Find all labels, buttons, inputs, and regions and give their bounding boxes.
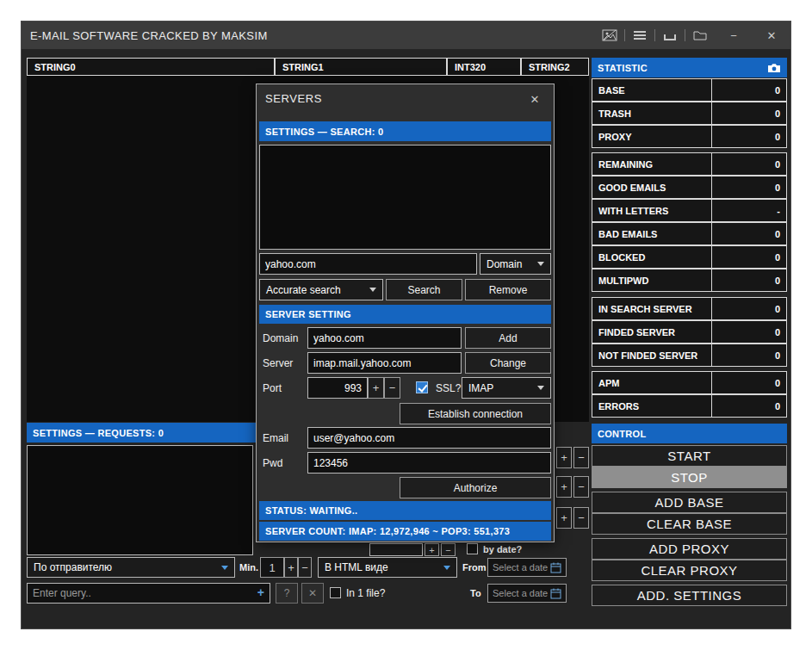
chevron-down-icon	[537, 262, 544, 266]
requests-listbox[interactable]	[27, 445, 253, 555]
from-date-picker[interactable]: Select a date	[487, 558, 567, 577]
camera-icon[interactable]	[767, 63, 781, 73]
stop-button[interactable]: STOP	[592, 467, 787, 488]
stat-row: FINDED SERVER 0	[592, 320, 787, 344]
servers-dialog: SERVERS ✕ SETTINGS — SEARCH: 0 Domain Ac…	[256, 84, 555, 542]
stat-value: 0	[711, 371, 787, 394]
stat-value: 0	[711, 222, 787, 245]
change-button[interactable]: Change	[465, 352, 551, 374]
clear-proxy-button[interactable]: CLEAR PROXY	[592, 560, 787, 581]
server-input[interactable]	[307, 352, 462, 374]
dialog-close-button[interactable]: ✕	[525, 90, 544, 108]
email-input[interactable]	[307, 427, 551, 449]
sender-filter-value: По отправителю	[34, 561, 112, 573]
log-list-icon[interactable]	[625, 22, 654, 49]
stat-value: 0	[711, 245, 787, 269]
port-input[interactable]	[307, 377, 368, 399]
format-filter-dropdown[interactable]: В HTML виде	[318, 557, 457, 578]
start-button[interactable]: START	[592, 445, 787, 467]
calendar-icon[interactable]	[550, 588, 561, 599]
hidden-stepper-minus[interactable]: −	[573, 447, 589, 468]
minimize-button[interactable]: −	[715, 22, 753, 49]
in-one-file-checkbox[interactable]	[330, 587, 341, 598]
add-proxy-button[interactable]: ADD PROXY	[592, 538, 787, 560]
hidden-stepper-minus[interactable]: −	[573, 507, 589, 529]
column-header-string1[interactable]: STRING1	[275, 58, 447, 76]
to-date-picker[interactable]: Select a date	[487, 584, 567, 603]
stat-value: 0	[711, 269, 787, 292]
authorize-button[interactable]: Authorize	[400, 477, 551, 498]
clear-base-button[interactable]: CLEAR BASE	[592, 513, 787, 535]
port-label: Port	[259, 377, 306, 399]
search-settings-header-text: SETTINGS — SEARCH: 0	[265, 127, 383, 137]
hidden-stepper-plus[interactable]: +	[425, 543, 439, 556]
protocol-dropdown[interactable]: IMAP	[462, 377, 551, 399]
from-date-placeholder: Select a date	[493, 562, 548, 573]
search-settings-header: SETTINGS — SEARCH: 0	[259, 121, 551, 141]
stat-label: BASE	[592, 78, 712, 102]
stat-label: WITH LETTERS	[592, 199, 712, 222]
min-minus-button[interactable]: −	[298, 557, 312, 578]
pwd-input[interactable]	[307, 452, 551, 474]
domain-input[interactable]	[307, 327, 462, 349]
hidden-combo-fragment[interactable]	[369, 543, 423, 556]
protocol-value: IMAP	[468, 382, 493, 394]
min-plus-button[interactable]: +	[284, 557, 298, 578]
hidden-stepper-minus[interactable]: −	[573, 476, 589, 498]
dialog-title: SERVERS	[265, 92, 322, 105]
stat-row: BLOCKED 0	[592, 245, 787, 269]
status-bar: STATUS: WAITING..	[259, 501, 551, 520]
servers-listbox[interactable]	[259, 145, 551, 250]
establish-connection-button[interactable]: Establish connection	[400, 403, 551, 424]
requests-header: SETTINGS — REQUESTS: 0	[27, 423, 256, 443]
add-button[interactable]: Add	[465, 327, 551, 349]
stat-value: 0	[711, 320, 787, 344]
add-base-button[interactable]: ADD BASE	[592, 492, 787, 513]
by-date-checkbox[interactable]	[467, 543, 478, 554]
clear-query-button[interactable]: ✕	[301, 583, 324, 604]
hidden-stepper-plus[interactable]: +	[556, 476, 572, 498]
hidden-stepper-minus[interactable]: −	[441, 543, 456, 556]
query-input[interactable]	[27, 583, 270, 604]
search-button[interactable]: Search	[386, 279, 462, 300]
search-mode-dropdown[interactable]: Accurate search	[259, 279, 383, 300]
from-label: From	[462, 557, 487, 578]
column-header-string2[interactable]: STRING2	[521, 58, 589, 76]
hidden-stepper-plus[interactable]: +	[556, 507, 572, 529]
search-domain-input[interactable]	[259, 253, 477, 275]
min-label: Min.	[239, 557, 258, 578]
sender-filter-dropdown[interactable]: По отправителю	[27, 557, 235, 578]
remove-button[interactable]: Remove	[465, 279, 551, 300]
stat-label: FINDED SERVER	[592, 320, 712, 344]
titlebar-icons: − ✕	[595, 22, 790, 49]
control-header: CONTROL	[592, 424, 787, 443]
tray-icon[interactable]	[655, 22, 685, 49]
stat-label: GOOD EMAILS	[592, 176, 712, 199]
close-button[interactable]: ✕	[753, 22, 790, 49]
calendar-icon[interactable]	[550, 562, 561, 573]
column-header-string0[interactable]: STRING0	[27, 58, 275, 76]
port-plus-button[interactable]: +	[368, 377, 384, 399]
stat-label: TRASH	[592, 102, 712, 125]
stat-value: 0	[711, 394, 787, 418]
hidden-stepper-plus[interactable]: +	[556, 447, 572, 468]
stat-row: GOOD EMAILS 0	[592, 176, 787, 199]
query-add-button[interactable]: +	[257, 585, 264, 599]
folder-icon[interactable]	[685, 22, 715, 49]
stat-label: ERRORS	[592, 394, 712, 418]
search-type-dropdown[interactable]: Domain	[480, 253, 551, 275]
add-settings-button[interactable]: ADD. SETTINGS	[592, 585, 787, 606]
domain-label: Domain	[259, 327, 306, 349]
stat-value: 0	[711, 297, 787, 320]
help-button[interactable]: ?	[276, 583, 298, 604]
stat-value: 0	[711, 125, 787, 148]
port-minus-button[interactable]: −	[384, 377, 400, 399]
stat-row: MULTIPWD 0	[592, 269, 787, 292]
ssl-checkbox[interactable]	[416, 381, 428, 393]
column-header-int320[interactable]: INT320	[447, 58, 521, 76]
to-date-placeholder: Select a date	[493, 588, 548, 598]
min-value[interactable]: 1	[260, 557, 284, 578]
stat-label: BAD EMAILS	[592, 222, 712, 245]
screenshot-icon[interactable]	[595, 22, 624, 49]
format-filter-value: В HTML виде	[325, 561, 388, 573]
